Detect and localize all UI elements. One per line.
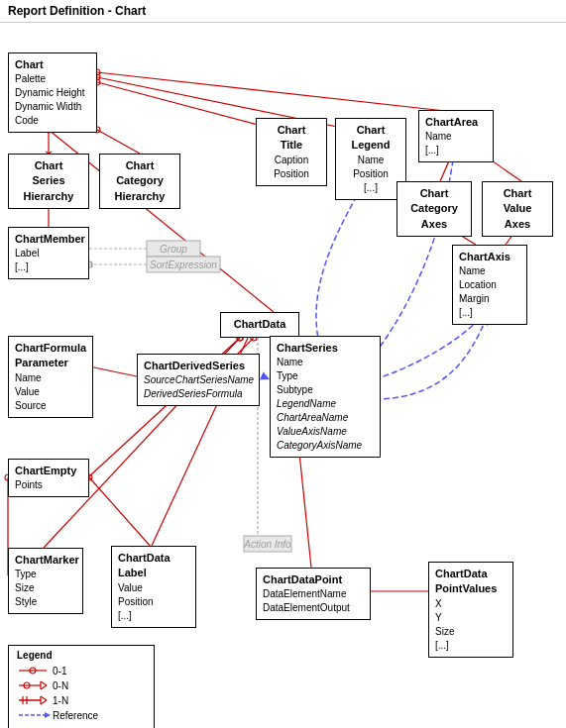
chart-axis-box: ChartAxis Name Location Margin [...] — [452, 245, 527, 325]
svg-line-2 — [97, 77, 371, 134]
chart-title-attr-caption: Caption — [275, 155, 308, 165]
chart-member-title: ChartMember — [15, 232, 82, 247]
svg-line-62 — [41, 681, 47, 685]
chart-derived-series-box: ChartDerivedSeries SourceChartSeriesName… — [137, 354, 260, 406]
chart-title-title: ChartTitle — [263, 123, 320, 154]
chart-data-point-values-attr-size: Size — [435, 626, 454, 637]
chart-data-box: ChartData — [220, 312, 299, 338]
chart-series-attr-value-axis: ValueAxisName — [277, 426, 347, 437]
chart-formula-param-title: ChartFormulaParameter — [15, 341, 86, 371]
chart-formula-param-attr-name: Name — [15, 372, 42, 383]
chart-legend-attr-position: Position — [353, 168, 389, 179]
svg-line-63 — [41, 685, 47, 689]
chart-area-attr-name: Name — [425, 131, 452, 142]
chart-area-box: ChartArea Name [...] — [418, 110, 494, 162]
svg-line-54 — [89, 477, 152, 548]
chart-member-attr-label: Label — [15, 248, 39, 259]
chart-data-label-attr-bracket: [...] — [118, 610, 132, 621]
chart-box-title: Chart — [15, 57, 90, 72]
svg-text:Action Info: Action Info — [243, 539, 291, 550]
chart-data-label-box: ChartDataLabel Value Position [...] — [111, 546, 196, 628]
legend-item-0-1: 0-1 — [17, 665, 146, 676]
chart-marker-attr-size: Size — [15, 582, 34, 593]
chart-formula-param-box: ChartFormulaParameter Name Value Source — [8, 336, 93, 418]
svg-line-8 — [97, 130, 140, 154]
chart-data-point-values-attr-bracket: [...] — [435, 640, 449, 651]
chart-area-attr-bracket: [...] — [425, 145, 439, 156]
svg-line-68 — [41, 696, 47, 700]
chart-legend-attr-bracket: [...] — [364, 182, 378, 193]
chart-empty-title: ChartEmpty — [15, 464, 82, 478]
chart-value-axes-title: ChartValueAxes — [489, 186, 546, 232]
svg-line-48 — [89, 366, 137, 376]
chart-area-title: ChartArea — [425, 115, 487, 130]
chart-series-title: ChartSeries — [277, 341, 374, 356]
chart-data-title: ChartData — [227, 317, 292, 332]
chart-data-label-attr-value: Value — [118, 582, 143, 593]
legend-label-0-1: 0-1 — [53, 666, 66, 676]
svg-rect-24 — [147, 257, 220, 272]
chart-formula-param-attr-value: Value — [15, 386, 40, 397]
chart-data-label-title: ChartDataLabel — [118, 551, 189, 581]
chart-marker-title: ChartMarker — [15, 553, 76, 568]
chart-axis-title: ChartAxis — [459, 250, 520, 264]
chart-series-attr-category-axis: CategoryAxisName — [277, 440, 362, 451]
chart-data-point-title: ChartDataPoint — [263, 572, 364, 587]
chart-data-point-values-box: ChartDataPointValues X Y Size [...] — [428, 562, 513, 658]
chart-title-attr-position: Position — [274, 168, 309, 179]
chart-marker-attr-type: Type — [15, 569, 37, 579]
chart-data-point-attr-output: DataElementOutput — [263, 602, 350, 613]
legend-title: Legend — [17, 650, 146, 661]
page-title: Report Definition - Chart — [0, 0, 566, 23]
chart-axis-attr-bracket: [...] — [459, 307, 473, 318]
chart-series-attr-subtype: Subtype — [277, 384, 313, 395]
svg-marker-72 — [45, 712, 51, 718]
chart-data-point-attr-name: DataElementName — [263, 588, 346, 599]
legend-label-1-N: 1-N — [53, 695, 68, 706]
chart-derived-series-attr-source: SourceChartSeriesName — [144, 374, 254, 385]
svg-text:Group: Group — [160, 244, 187, 255]
chart-category-axes-title: ChartCategoryAxes — [403, 186, 465, 232]
chart-marker-attr-style: Style — [15, 596, 37, 607]
chart-axis-attr-location: Location — [459, 279, 497, 290]
chart-category-hierarchy-box: ChartCategoryHierarchy — [99, 154, 180, 209]
chart-category-hierarchy-title: ChartCategoryHierarchy — [106, 158, 173, 204]
chart-axis-attr-name: Name — [459, 265, 486, 276]
chart-series-attr-legend: LegendName — [277, 398, 336, 409]
legend-box: Legend 0-1 0-N — [8, 645, 155, 728]
chart-empty-attr-points: Points — [15, 479, 43, 490]
chart-box: Chart Palette Dynamic Height Dynamic Wid… — [8, 52, 97, 133]
legend-item-reference: Reference — [17, 709, 146, 721]
diagram-area: Group SortExpression Action Info — [0, 23, 566, 728]
chart-series-hierarchy-box: ChartSeriesHierarchy — [8, 154, 89, 209]
chart-data-point-values-attr-y: Y — [435, 612, 442, 623]
chart-derived-series-attr-formula: DerivedSeriesFormula — [144, 388, 242, 399]
svg-line-69 — [41, 700, 47, 704]
chart-data-point-values-title: ChartDataPointValues — [435, 567, 507, 597]
chart-series-attr-type: Type — [277, 370, 298, 381]
legend-label-reference: Reference — [53, 710, 98, 721]
chart-series-attr-name: Name — [277, 357, 303, 367]
chart-attr-height: Dynamic Height — [15, 87, 85, 98]
chart-member-box: ChartMember Label [...] — [8, 227, 89, 279]
chart-attr-code: Code — [15, 115, 39, 126]
chart-attr-palette: Palette — [15, 73, 46, 84]
svg-rect-33 — [244, 536, 291, 552]
chart-axis-attr-margin: Margin — [459, 293, 490, 304]
chart-formula-param-attr-source: Source — [15, 400, 47, 411]
chart-member-attr-bracket: [...] — [15, 261, 29, 272]
chart-legend-attr-name: Name — [358, 155, 385, 165]
svg-rect-20 — [147, 241, 200, 257]
svg-text:SortExpression: SortExpression — [150, 260, 217, 270]
chart-data-point-box: ChartDataPoint DataElementName DataEleme… — [256, 568, 371, 620]
chart-marker-box: ChartMarker Type Size Style — [8, 548, 83, 614]
chart-attr-width: Dynamic Width — [15, 101, 81, 112]
chart-title-box: ChartTitle Caption Position — [256, 118, 327, 186]
chart-derived-series-title: ChartDerivedSeries — [144, 359, 253, 373]
chart-empty-box: ChartEmpty Points — [8, 459, 89, 497]
chart-value-axes-box: ChartValueAxes — [482, 181, 553, 237]
chart-series-box: ChartSeries Name Type Subtype LegendName… — [270, 336, 381, 458]
svg-line-4 — [97, 72, 454, 112]
chart-legend-title: ChartLegend — [342, 123, 399, 154]
legend-label-0-N: 0-N — [53, 680, 68, 691]
